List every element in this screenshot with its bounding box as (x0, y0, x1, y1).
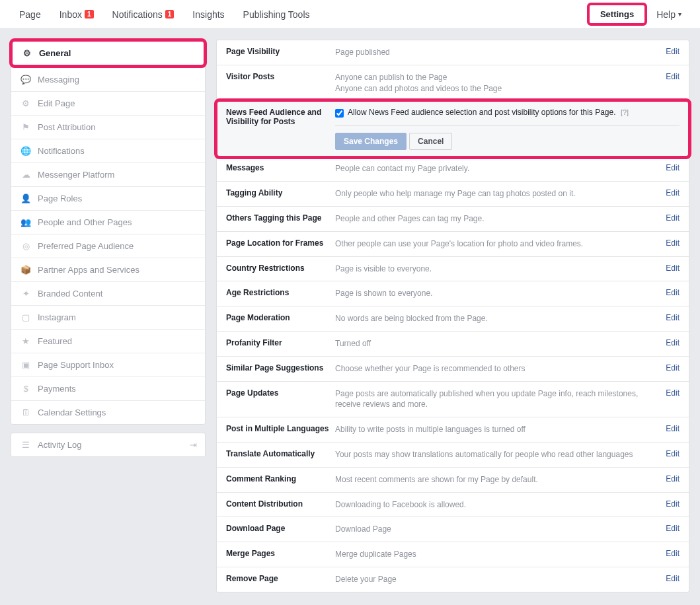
setting-row[interactable]: Similar Page SuggestionsChoose whether y… (217, 357, 689, 382)
edit-link[interactable]: Edit (666, 499, 680, 509)
setting-label: Similar Page Suggestions (226, 363, 335, 373)
sidebar-item-instagram[interactable]: ▢Instagram (11, 306, 205, 330)
sidebar-label: Instagram (38, 312, 76, 322)
sidebar-icon: ⚑ (19, 122, 32, 132)
sidebar-item-branded-content[interactable]: ✦Branded Content (11, 282, 205, 306)
sidebar-icon: $ (19, 384, 32, 394)
nav-label: Inbox (59, 9, 82, 20)
setting-row[interactable]: Comment RankingMost recent comments are … (217, 468, 689, 493)
setting-label: Remove Page (226, 574, 335, 583)
edit-link[interactable]: Edit (666, 264, 680, 273)
setting-row[interactable]: Remove PageDelete your PageEdit (217, 567, 689, 592)
nav-inbox[interactable]: Inbox1 (50, 0, 103, 29)
setting-row[interactable]: Merge PagesMerge duplicate PagesEdit (217, 542, 689, 567)
sidebar-item-general[interactable]: ⚙General (13, 42, 204, 65)
edit-link[interactable]: Edit (666, 288, 680, 297)
sidebar-icon: ⚙ (20, 48, 34, 58)
setting-value: Turned off (335, 338, 660, 349)
setting-row[interactable]: Page Location for FramesOther people can… (217, 232, 689, 257)
sidebar-item-payments[interactable]: $Payments (11, 377, 205, 401)
setting-row[interactable]: Content DistributionDownloading to Faceb… (217, 493, 689, 518)
setting-row[interactable]: Page ModerationNo words are being blocke… (217, 306, 689, 332)
edit-link[interactable]: Edit (666, 424, 680, 433)
sidebar-item-partner-apps-and-services[interactable]: 📦Partner Apps and Services (11, 258, 205, 282)
setting-row[interactable]: Translate AutomaticallyYour posts may sh… (217, 443, 689, 468)
sidebar-icon: ✦ (19, 289, 32, 299)
setting-row-expanded: News Feed Audience and Visibility for Po… (217, 101, 689, 157)
setting-value: Page published (335, 47, 660, 58)
edit-link[interactable]: Edit (666, 188, 680, 197)
sidebar-item-messenger-platform[interactable]: ☁Messenger Platform (11, 163, 205, 187)
sidebar-label: Post Attribution (38, 122, 95, 132)
nav-page[interactable]: Page (10, 0, 50, 29)
edit-link[interactable]: Edit (666, 549, 680, 558)
main-settings: Page VisibilityPage publishedEditVisitor… (216, 40, 689, 592)
sidebar-item-page-support-inbox[interactable]: ▣Page Support Inbox (11, 353, 205, 377)
edit-link[interactable]: Edit (666, 474, 680, 483)
nav-insights[interactable]: Insights (183, 0, 233, 29)
edit-link[interactable]: Edit (666, 574, 680, 583)
sidebar-item-featured[interactable]: ★Featured (11, 330, 205, 353)
setting-row[interactable]: Profanity FilterTurned offEdit (217, 332, 689, 357)
setting-row[interactable]: Download PageDownload PageEdit (217, 517, 689, 542)
setting-row[interactable]: Age RestrictionsPage is shown to everyon… (217, 281, 689, 306)
sidebar-label: People and Other Pages (38, 217, 132, 227)
top-nav: PageInbox1Notifications1InsightsPublishi… (0, 0, 700, 29)
nav-settings[interactable]: Settings (587, 3, 647, 26)
allow-checkbox[interactable] (335, 109, 344, 118)
setting-label: Post in Multiple Languages (226, 424, 335, 433)
setting-row[interactable]: Page VisibilityPage publishedEdit (217, 40, 689, 65)
sidebar-item-page-roles[interactable]: 👤Page Roles (11, 187, 205, 211)
sidebar-item-preferred-page-audience[interactable]: ◎Preferred Page Audience (11, 234, 205, 258)
nav-notifications[interactable]: Notifications1 (103, 0, 184, 29)
setting-label: Page Updates (226, 388, 335, 398)
sidebar-item-calendar-settings[interactable]: 🗓Calendar Settings (11, 401, 205, 424)
sidebar-label: Payments (38, 384, 76, 394)
edit-link[interactable]: Edit (666, 238, 680, 248)
nav-publishing-tools[interactable]: Publishing Tools (234, 0, 319, 29)
edit-link[interactable]: Edit (666, 47, 680, 56)
setting-value: Download Page (335, 524, 660, 535)
setting-label: News Feed Audience and Visibility for Po… (226, 108, 335, 126)
setting-row[interactable]: Page UpdatesPage posts are automatically… (217, 382, 689, 418)
edit-link[interactable]: Edit (666, 313, 680, 322)
sidebar-icon: ★ (19, 336, 32, 346)
setting-value: Page is visible to everyone. (335, 264, 660, 275)
edit-link[interactable]: Edit (666, 449, 680, 458)
setting-row[interactable]: Country RestrictionsPage is visible to e… (217, 257, 689, 282)
cancel-button[interactable]: Cancel (409, 133, 452, 150)
edit-link[interactable]: Edit (666, 338, 680, 347)
badge: 1 (165, 10, 175, 18)
edit-link[interactable]: Edit (666, 72, 680, 81)
setting-label: Visitor Posts (226, 72, 335, 81)
sidebar-activity-log[interactable]: ☰ Activity Log ⇥ (11, 433, 205, 456)
edit-link[interactable]: Edit (666, 524, 680, 533)
setting-value: Downloading to Facebook is allowed. (335, 499, 660, 511)
sidebar-label: Partner Apps and Services (38, 265, 139, 275)
sidebar-item-people-and-other-pages[interactable]: 👥People and Other Pages (11, 211, 205, 234)
expanded-content: Allow News Feed audience selection and p… (335, 108, 680, 150)
setting-label: Profanity Filter (226, 338, 335, 347)
setting-row[interactable]: Others Tagging this PagePeople and other… (217, 207, 689, 232)
save-changes-button[interactable]: Save Changes (335, 133, 407, 150)
setting-row[interactable]: Post in Multiple LanguagesAbility to wri… (217, 417, 689, 443)
sidebar-icon: ☁ (19, 170, 32, 180)
edit-link[interactable]: Edit (666, 388, 680, 398)
edit-link[interactable]: Edit (666, 213, 680, 223)
edit-link[interactable]: Edit (666, 363, 680, 373)
nav-help[interactable]: Help▾ (651, 9, 687, 20)
edit-link[interactable]: Edit (666, 163, 680, 172)
setting-row[interactable]: MessagesPeople can contact my Page priva… (217, 157, 689, 182)
sidebar-item-post-attribution[interactable]: ⚑Post Attribution (11, 116, 205, 139)
setting-value: Your posts may show translations automat… (335, 449, 660, 460)
sidebar-item-notifications[interactable]: 🌐Notifications (11, 139, 205, 163)
sidebar-label: Calendar Settings (38, 408, 106, 417)
nav-label: Publishing Tools (243, 9, 310, 20)
sidebar-item-edit-page[interactable]: ⚙Edit Page (11, 92, 205, 116)
sidebar-item-messaging[interactable]: 💬Messaging (11, 68, 205, 92)
help-link[interactable]: [?] (621, 108, 629, 116)
sidebar-label: Messenger Platform (38, 170, 114, 180)
setting-value: No words are being blocked from the Page… (335, 313, 660, 324)
setting-row[interactable]: Tagging AbilityOnly people who help mana… (217, 182, 689, 207)
setting-row[interactable]: Visitor PostsAnyone can publish to the P… (217, 65, 689, 102)
